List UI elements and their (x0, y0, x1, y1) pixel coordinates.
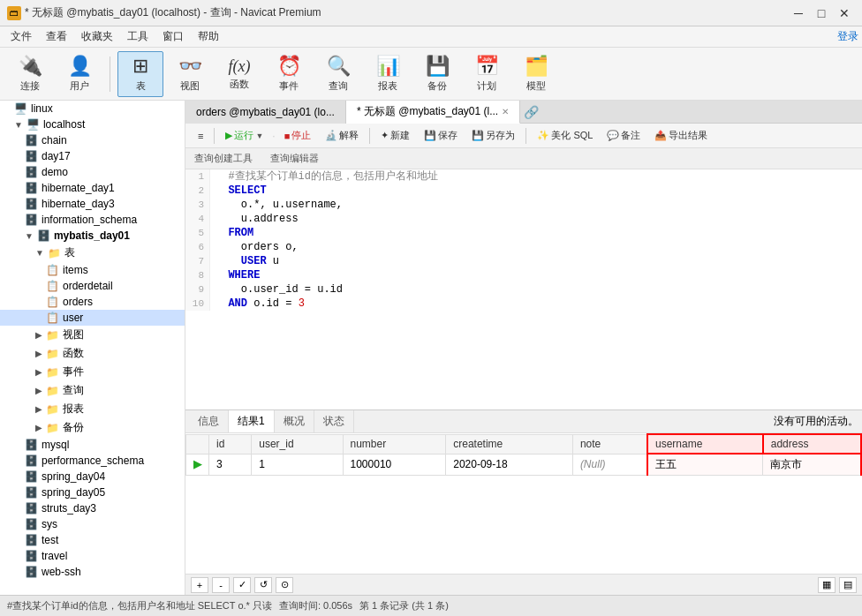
sidebar-item-orders[interactable]: 📋 orders (0, 294, 185, 310)
toolbar-schedule[interactable]: 📅 计划 (464, 51, 510, 97)
sidebar-item-items[interactable]: 📋 items (0, 262, 185, 278)
sidebar-item-information-schema[interactable]: 🗄️ information_schema (0, 212, 185, 228)
refresh-button[interactable]: ↺ (254, 577, 272, 593)
toolbar-backup[interactable]: 💾 备份 (414, 51, 460, 97)
tab-orders[interactable]: orders @mybatis_day01 (lo... (185, 101, 346, 124)
menu-bar: 文件 查看 收藏夹 工具 窗口 帮助 登录 (0, 26, 862, 48)
results-tab-result1[interactable]: 结果1 (229, 410, 275, 432)
tab-close-icon[interactable]: ✕ (502, 107, 509, 116)
sidebar-item-chain[interactable]: 🗄️ chain (0, 132, 185, 148)
save-button[interactable]: 💾 保存 (419, 127, 463, 144)
stop-button[interactable]: ■ 停止 (279, 127, 317, 144)
sidebar-item-travel[interactable]: 🗄️ travel (0, 548, 185, 564)
menu-window[interactable]: 窗口 (155, 27, 191, 46)
cell-note[interactable]: (Null) (572, 454, 647, 476)
confirm-button[interactable]: ✓ (233, 577, 251, 593)
run-button[interactable]: ▶ 运行 ▼ (220, 127, 268, 144)
results-tab-status[interactable]: 状态 (314, 410, 354, 432)
sidebar-item-views[interactable]: ▶ 📁 视图 (0, 326, 185, 344)
sidebar-item-struts-day3[interactable]: 🗄️ struts_day3 (0, 500, 185, 516)
sidebar-item-demo[interactable]: 🗄️ demo (0, 164, 185, 180)
toolbar-function[interactable]: f(x) 函数 (216, 51, 262, 97)
sidebar-item-performance-schema[interactable]: 🗄️ performance_schema (0, 453, 185, 469)
col-header-number[interactable]: number (343, 434, 446, 454)
col-header-username[interactable]: username (647, 434, 763, 454)
sidebar-item-orderdetail[interactable]: 📋 orderdetail (0, 278, 185, 294)
tables-expand-icon: ▼ (35, 248, 44, 258)
sql-line-6: 6 orders o, (185, 240, 862, 254)
sidebar-item-functions[interactable]: ▶ 📁 函数 (0, 344, 185, 363)
toolbar-model[interactable]: 🗂️ 模型 (513, 51, 559, 97)
delete-row-button[interactable]: - (212, 577, 230, 593)
sql-editor[interactable]: 1 #查找某个订单id的信息，包括用户名和地址 2 SELECT 3 o.*, … (185, 169, 862, 409)
cell-username[interactable]: 王五 (647, 454, 763, 476)
maximize-button[interactable]: □ (811, 4, 832, 22)
sidebar-item-events[interactable]: ▶ 📁 事件 (0, 363, 185, 381)
query-menu-btn[interactable]: ≡ (193, 129, 208, 143)
sidebar-item-queries[interactable]: ▶ 📁 查询 (0, 381, 185, 400)
close-button[interactable]: ✕ (834, 4, 855, 22)
toolbar-connect[interactable]: 🔌 连接 (7, 51, 53, 97)
sidebar-item-localhost[interactable]: ▼ 🖥️ localhost (0, 116, 185, 132)
toolbar-user[interactable]: 👤 用户 (57, 51, 102, 97)
cell-user_id[interactable]: 1 (252, 454, 343, 476)
sidebar-item-hibernate-day1[interactable]: 🗄️ hibernate_day1 (0, 180, 185, 196)
sidebar-item-web-ssh[interactable]: 🗄️ web-ssh (0, 564, 185, 580)
new-button[interactable]: ✦ 新建 (375, 127, 415, 144)
add-row-button[interactable]: + (191, 577, 208, 593)
queries-folder-icon: 📁 (46, 385, 59, 397)
saveas-button[interactable]: 💾 另存为 (466, 127, 520, 144)
login-link[interactable]: 登录 (837, 29, 858, 44)
toolbar-query[interactable]: 🔍 查询 (315, 51, 361, 97)
tab-query[interactable]: * 无标题 @mybatis_day01 (l... ✕ (346, 101, 520, 124)
results-tab-info[interactable]: 信息 (189, 410, 229, 432)
qb-tab-builder[interactable]: 查询创建工具 (189, 150, 258, 167)
menu-view[interactable]: 查看 (39, 27, 74, 46)
minimize-button[interactable]: ─ (788, 4, 809, 22)
toolbar-event[interactable]: ⏰ 事件 (266, 51, 312, 97)
results-tab-overview[interactable]: 概况 (275, 410, 314, 432)
sidebar-item-mybatis-day01[interactable]: ▼ 🗄️ mybatis_day01 (0, 228, 185, 244)
menu-favorites[interactable]: 收藏夹 (74, 27, 120, 46)
cell-id[interactable]: 3 (209, 454, 252, 476)
menu-file[interactable]: 文件 (4, 27, 39, 46)
sidebar-item-label: test (42, 534, 58, 546)
list-view-button[interactable]: ▤ (839, 577, 857, 593)
results-table-wrap[interactable]: id user_id number createtime note userna… (185, 433, 862, 574)
sidebar-item-hibernate-day3[interactable]: 🗄️ hibernate_day3 (0, 196, 185, 212)
col-header-note[interactable]: note (572, 434, 647, 454)
beautify-button[interactable]: ✨ 美化 SQL (532, 127, 598, 144)
sidebar-item-user[interactable]: 📋 user (0, 310, 185, 326)
main-toolbar: 🔌 连接 👤 用户 ⊞ 表 👓 视图 f(x) 函数 ⏰ 事件 🔍 查询 📊 报… (0, 48, 862, 101)
comment-button[interactable]: 💬 备注 (601, 127, 646, 144)
menu-help[interactable]: 帮助 (191, 27, 226, 46)
grid-view-button[interactable]: ▦ (818, 577, 836, 593)
sidebar-item-test[interactable]: 🗄️ test (0, 532, 185, 548)
sidebar-item-tables-folder[interactable]: ▼ 📁 表 (0, 244, 185, 262)
qb-tab-editor[interactable]: 查询编辑器 (265, 150, 324, 167)
hibernate-day3-icon: 🗄️ (25, 198, 38, 210)
col-header-id[interactable]: id (209, 434, 252, 454)
sidebar-item-linux[interactable]: 🖥️ linux (0, 101, 185, 116)
cell-address[interactable]: 南京市 (763, 454, 861, 476)
col-header-user_id[interactable]: user_id (252, 434, 343, 454)
explain-button[interactable]: 🔬 解释 (320, 127, 364, 144)
toolbar-report[interactable]: 📊 报表 (365, 51, 411, 97)
sidebar-item-spring-day04[interactable]: 🗄️ spring_day04 (0, 469, 185, 485)
sidebar-item-mysql[interactable]: 🗄️ mysql (0, 437, 185, 453)
tab-share-icon[interactable]: 🔗 (524, 105, 539, 119)
sidebar-item-day17[interactable]: 🗄️ day17 (0, 148, 185, 164)
export-button[interactable]: 📤 导出结果 (649, 127, 713, 144)
settings-button[interactable]: ⊙ (276, 577, 293, 593)
sidebar-item-spring-day05[interactable]: 🗄️ spring_day05 (0, 485, 185, 500)
sidebar-item-reports[interactable]: ▶ 📁 报表 (0, 400, 185, 418)
sidebar-item-backups[interactable]: ▶ 📁 备份 (0, 418, 185, 437)
sidebar-item-sys[interactable]: 🗄️ sys (0, 516, 185, 532)
toolbar-view[interactable]: 👓 视图 (167, 51, 213, 97)
cell-number[interactable]: 1000010 (343, 454, 446, 476)
toolbar-table[interactable]: ⊞ 表 (117, 51, 163, 97)
cell-createtime[interactable]: 2020-09-18 (446, 454, 573, 476)
col-header-address[interactable]: address (763, 434, 861, 454)
col-header-createtime[interactable]: createtime (446, 434, 573, 454)
menu-tools[interactable]: 工具 (120, 27, 155, 46)
